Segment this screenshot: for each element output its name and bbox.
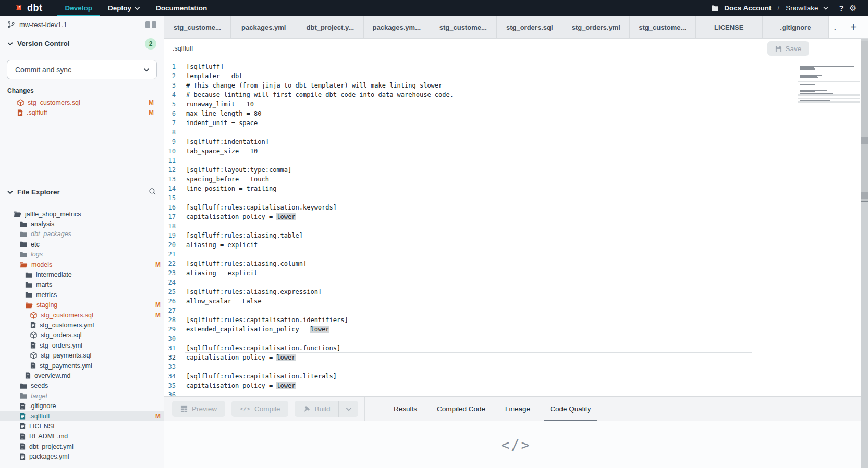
code-line-5[interactable]: 5runaway_limit = 10 [164,100,868,109]
tree-item-models[interactable]: modelsM [0,260,164,269]
branch-row[interactable]: mw-test-idev1.1 [0,16,164,33]
code-line-24[interactable]: 24 [164,278,868,287]
build-options-button[interactable] [338,401,358,417]
code-line-29[interactable]: 29extended_capitalisation_policy = lower [164,325,868,334]
code-line-1[interactable]: 1[sqlfluff] [164,62,868,71]
code-line-13[interactable]: 13spacing_before = touch [164,175,868,184]
search-icon[interactable] [149,188,156,197]
code-line-4[interactable]: 4# because linting will first compile db… [164,90,868,100]
tree-item-.sqlfluff[interactable]: .sqlfluffM [0,411,164,421]
code-line-23[interactable]: 23aliasing = explicit [164,268,868,278]
code-line-12[interactable]: 12[sqlfluff:layout:type:comma] [164,165,868,175]
tree-item-stg_customers.sql[interactable]: stg_customers.sqlM [0,310,164,320]
scrollbar-thumb[interactable] [861,41,868,202]
nav-item-documentation[interactable]: Documentation [148,0,215,16]
editor-minimap[interactable] [800,63,859,104]
tree-item-dbt_packages[interactable]: dbt_packages [0,229,164,239]
code-line-35[interactable]: 35capitalisation_policy = lower [164,381,868,390]
save-button[interactable]: Save [767,41,809,56]
file-tab-packagesyml[interactable]: packages.yml [231,16,298,38]
code-line-14[interactable]: 14line_position = trailing [164,184,868,193]
code-line-9[interactable]: 9[sqlfluff:indentation] [164,137,868,146]
changed-file-stg_customers.sql[interactable]: stg_customers.sqlM [7,97,157,107]
file-tab-stg_custome[interactable]: stg_custome... [630,16,696,38]
new-tab-button[interactable]: + [850,22,857,32]
panel-tab-compiled-code[interactable]: Compiled Code [437,397,485,421]
build-button[interactable]: Build [295,401,338,417]
file-tab-active-partial[interactable]: . [829,23,843,31]
tree-item-.gitignore[interactable]: .gitignore [0,401,164,411]
version-control-header[interactable]: Version Control 2 [0,33,164,54]
tree-item-logs[interactable]: logs [0,250,164,260]
code-line-34[interactable]: 34[sqlfluff:rules:capitalisation.literal… [164,372,868,381]
tree-item-dbt_project.yml[interactable]: dbt_project.yml [0,441,164,451]
code-line-32[interactable]: 32capitalisation_policy = lower [164,353,868,362]
code-line-6[interactable]: 6max_line_length = 80 [164,109,868,118]
preview-button[interactable]: Preview [172,401,225,417]
tree-item-overview.md[interactable]: overview.md [0,371,164,380]
file-tab-LICENSE[interactable]: LICENSE [696,16,763,38]
file-tab-gitignore[interactable]: .gitignore [763,16,829,38]
code-line-33[interactable]: 33 [164,362,868,372]
nav-item-deploy[interactable]: Deploy [100,0,148,16]
tree-item-etc[interactable]: etc [0,239,164,249]
tree-item-stg_customers.yml[interactable]: stg_customers.yml [0,320,164,330]
code-line-31[interactable]: 31[sqlfluff:rules:capitalisation.functio… [164,343,868,353]
open-docs-icon[interactable] [145,21,156,28]
code-line-15[interactable]: 15 [164,193,868,203]
code-line-19[interactable]: 19[sqlfluff:rules:aliasing.table] [164,231,868,240]
tree-item-stg_payments.sql[interactable]: stg_payments.sql [0,350,164,360]
file-tab-stg_orderssql[interactable]: stg_orders.sql [497,16,564,38]
code-line-22[interactable]: 22[sqlfluff:rules:aliasing.column] [164,259,868,268]
code-line-17[interactable]: 17capitalisation_policy = lower [164,212,868,221]
code-line-18[interactable]: 18 [164,221,868,231]
tree-item-intermediate[interactable]: intermediate [0,269,164,279]
code-line-2[interactable]: 2templater = dbt [164,71,868,81]
commit-options-button[interactable] [136,60,156,79]
file-tab-stg_ordersyml[interactable]: stg_orders.yml [563,16,630,38]
tree-item-jaffle_shop_metrics[interactable]: jaffle_shop_metrics [0,209,164,219]
file-tab-packagesym[interactable]: packages.ym... [364,16,431,38]
code-line-3[interactable]: 3# This change (from jinja to dbt templa… [164,81,868,90]
code-line-11[interactable]: 11 [164,156,868,165]
code-line-10[interactable]: 10tab_space_size = 10 [164,146,868,156]
tree-item-stg_orders.yml[interactable]: stg_orders.yml [0,340,164,350]
commit-and-sync-button[interactable]: Commit and sync [7,60,157,79]
code-line-21[interactable]: 21 [164,250,868,259]
connection-name[interactable]: Snowflake [786,4,818,12]
tree-item-analysis[interactable]: analysis [0,219,164,229]
code-line-7[interactable]: 7indent_unit = space [164,118,868,128]
account-name[interactable]: Docs Account [724,4,771,12]
panel-tab-results[interactable]: Results [394,397,417,421]
dbt-logo[interactable]: dbt [0,0,57,16]
tree-item-seeds[interactable]: seeds [0,381,164,391]
code-line-8[interactable]: 8 [164,128,868,137]
code-line-27[interactable]: 27 [164,306,868,315]
tree-item-marts[interactable]: marts [0,280,164,290]
code-line-25[interactable]: 25[sqlfluff:rules:aliasing.expression] [164,287,868,297]
editor-scrollbar[interactable] [861,39,868,468]
tree-item-LICENSE[interactable]: LICENSE [0,421,164,431]
file-explorer-header[interactable]: File Explorer [0,181,164,203]
code-line-36[interactable]: 36 [164,390,868,396]
tree-item-stg_payments.yml[interactable]: stg_payments.yml [0,361,164,371]
gear-icon[interactable]: ⚙ [849,3,857,13]
tree-item-packages.yml[interactable]: packages.yml [0,451,164,461]
file-tab-dbt_projecty[interactable]: dbt_project.y... [297,16,364,38]
changed-file-.sqlfluff[interactable]: .sqlfluffM [7,107,157,117]
tree-item-README.md[interactable]: README.md [0,432,164,441]
panel-tab-code-quality[interactable]: Code Quality [550,397,591,421]
code-line-26[interactable]: 26allow_scalar = False [164,297,868,306]
code-line-28[interactable]: 28[sqlfluff:rules:capitalisation.identif… [164,315,868,325]
nav-item-develop[interactable]: Develop [57,0,100,16]
tree-item-staging[interactable]: stagingM [0,300,164,310]
file-tab-stg_custome[interactable]: stg_custome... [430,16,497,38]
code-line-16[interactable]: 16[sqlfluff:rules:capitalisation.keyword… [164,203,868,212]
panel-tab-lineage[interactable]: Lineage [505,397,530,421]
help-icon[interactable]: ? [839,4,843,13]
tree-item-stg_orders.sql[interactable]: stg_orders.sql [0,330,164,340]
compile-button[interactable]: </>Compile [231,401,288,417]
file-tab-stg_custome[interactable]: stg_custome... [164,16,231,38]
code-line-20[interactable]: 20aliasing = explicit [164,240,868,250]
code-editor[interactable]: 1[sqlfluff]2templater = dbt3# This chang… [164,58,868,396]
